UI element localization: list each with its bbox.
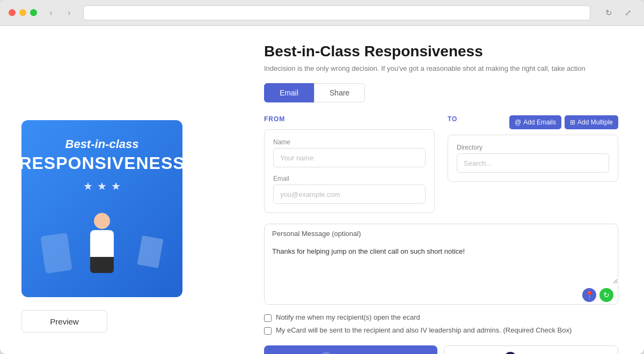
browser-titlebar: ‹ › ↻ ⤢ <box>0 0 644 26</box>
pin-icon-button[interactable]: 📍 <box>582 288 596 302</box>
refresh-icon-button[interactable]: ↻ <box>599 288 613 302</box>
email-input[interactable] <box>273 185 426 204</box>
person-legs <box>90 257 114 273</box>
left-panel: Best-in-class RESPONSIVENESS ★ ★ ★ <box>0 26 247 354</box>
message-toolbar: 📍 ↻ <box>265 286 618 304</box>
right-panel: Best-in-Class Responsiveness Indecision … <box>247 26 644 354</box>
address-bar[interactable] <box>83 5 590 20</box>
page-subtitle: Indecision is the only wrong decision. I… <box>264 64 618 72</box>
traffic-lights <box>9 9 37 16</box>
add-multiple-button[interactable]: ⊞ Add Multiple <box>565 115 618 129</box>
to-box: Directory <box>448 135 618 182</box>
tab-email[interactable]: Email <box>264 83 314 102</box>
toolbar-right: ↻ ⤢ <box>601 5 635 20</box>
directory-search-input[interactable] <box>457 153 609 173</box>
grid-icon: ⊞ <box>570 119 575 126</box>
schedule-button[interactable]: Schedule <box>444 345 618 354</box>
checkboxes: Notify me when my recipient(s) open the … <box>264 313 618 335</box>
card-image: Best-in-class RESPONSIVENESS ★ ★ ★ <box>21 120 182 297</box>
star-icon-1: ★ <box>83 180 93 193</box>
name-label: Name <box>273 138 426 146</box>
illustration <box>43 197 161 283</box>
back-button[interactable]: ‹ <box>43 5 58 20</box>
forward-button[interactable]: › <box>62 5 77 20</box>
maximize-traffic-light[interactable] <box>30 9 37 16</box>
send-email-button[interactable]: ✉ Send Email <box>264 345 437 354</box>
stars-decoration: ★ ★ ★ <box>83 180 121 193</box>
card-title-small: Best-in-class <box>65 137 139 151</box>
message-textarea[interactable]: Thanks for helping jump on the client ca… <box>265 241 618 284</box>
message-label: Personal Message (optional) <box>265 224 618 238</box>
to-action-buttons: @ Add Emails ⊞ Add Multiple <box>509 115 618 129</box>
close-traffic-light[interactable] <box>9 9 16 16</box>
page-title: Best-in-Class Responsiveness <box>264 43 618 60</box>
preview-button[interactable]: Preview <box>21 310 107 333</box>
name-field-group: Name <box>273 138 426 167</box>
schedule-dot-icon <box>504 352 516 354</box>
directory-label: Directory <box>457 144 609 151</box>
name-input[interactable] <box>273 148 426 167</box>
from-box: Name Email <box>264 129 435 213</box>
email-field-group: Email <box>273 175 426 204</box>
tab-share[interactable]: Share <box>314 83 365 102</box>
clipboard-decoration <box>40 233 72 274</box>
checkbox-required[interactable]: My eCard will be sent to the recipient a… <box>264 326 618 335</box>
add-emails-button[interactable]: @ Add Emails <box>509 115 561 129</box>
tab-row: Email Share <box>264 83 618 102</box>
refresh-button[interactable]: ↻ <box>601 5 616 20</box>
person-body <box>90 230 114 257</box>
star-icon-3: ★ <box>111 180 121 193</box>
notify-checkbox[interactable] <box>264 314 272 322</box>
form-section: FROM Name Email T <box>264 115 618 213</box>
checkbox-notify[interactable]: Notify me when my recipient(s) open the … <box>264 313 618 322</box>
person-head <box>94 213 110 229</box>
send-icon: ✉ <box>320 352 332 354</box>
person-figure <box>80 213 123 283</box>
message-textarea-wrapper: Personal Message (optional) Thanks for h… <box>264 224 618 305</box>
nav-buttons: ‹ › <box>43 5 77 20</box>
action-row: ✉ Send Email Schedule <box>264 345 618 354</box>
paper-decoration <box>137 235 164 268</box>
star-icon-2: ★ <box>97 180 107 193</box>
email-label: Email <box>273 175 426 182</box>
required-checkbox[interactable] <box>264 327 272 335</box>
at-icon: @ <box>515 119 521 126</box>
to-label: TO <box>448 115 457 123</box>
personal-message-section: Personal Message (optional) Thanks for h… <box>264 224 618 305</box>
fullscreen-button[interactable]: ⤢ <box>620 5 635 20</box>
card-title-large: RESPONSIVENESS <box>21 153 182 173</box>
minimize-traffic-light[interactable] <box>19 9 26 16</box>
form-to: TO @ Add Emails ⊞ Add Multiple <box>448 115 618 213</box>
from-label: FROM <box>264 115 435 123</box>
browser-content: Best-in-class RESPONSIVENESS ★ ★ ★ <box>0 26 644 354</box>
to-label-row: TO @ Add Emails ⊞ Add Multiple <box>448 115 618 129</box>
form-from: FROM Name Email <box>264 115 435 213</box>
